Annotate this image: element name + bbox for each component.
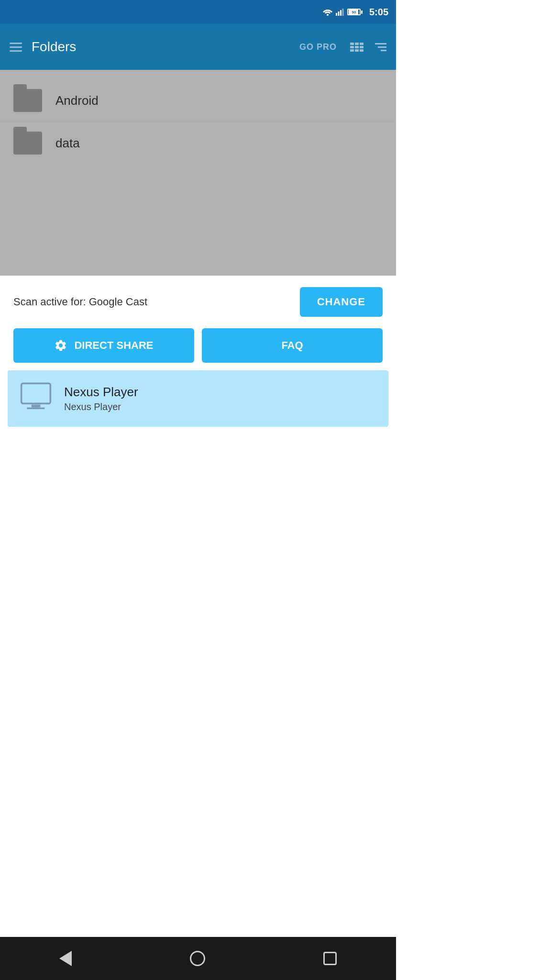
app-bar: Folders GO PRO — [0, 24, 396, 70]
recents-icon — [323, 952, 337, 965]
gear-icon — [54, 339, 67, 352]
folder-item-data[interactable]: data — [0, 122, 396, 164]
grid-view-icon[interactable] — [350, 43, 364, 52]
panel-area: Scan active for: Google Cast CHANGE DIRE… — [0, 276, 396, 937]
folder-name-android: Android — [55, 93, 99, 108]
svg-rect-6 — [32, 405, 41, 408]
monitor-icon — [19, 381, 53, 416]
svg-rect-4 — [342, 9, 343, 16]
folders-area: Android data — [0, 70, 396, 276]
battery-level: 90 — [352, 10, 356, 14]
direct-share-button[interactable]: DIRECT SHARE — [13, 328, 194, 363]
battery-icon: 90 — [347, 9, 363, 15]
folder-name-data: data — [55, 136, 80, 151]
device-info: Nexus Player Nexus Player — [64, 385, 138, 412]
svg-rect-3 — [340, 10, 342, 16]
scan-row: Scan active for: Google Cast CHANGE — [0, 276, 396, 328]
device-item-nexus-player[interactable]: Nexus Player Nexus Player — [8, 370, 388, 427]
svg-rect-7 — [27, 407, 44, 409]
bottom-nav — [0, 937, 396, 980]
filter-icon[interactable] — [375, 43, 386, 51]
back-button[interactable] — [52, 943, 79, 974]
hamburger-menu-icon[interactable] — [10, 43, 22, 52]
home-icon — [190, 951, 205, 966]
app-title: Folders — [32, 39, 299, 55]
change-button[interactable]: CHANGE — [300, 287, 383, 317]
scan-text: Scan active for: Google Cast — [13, 296, 300, 308]
signal-icon — [336, 8, 344, 16]
status-icons: 90 5:05 — [322, 7, 388, 18]
device-name: Nexus Player — [64, 385, 138, 400]
faq-button[interactable]: FAQ — [202, 328, 383, 363]
svg-rect-2 — [338, 11, 339, 16]
go-pro-button[interactable]: GO PRO — [299, 42, 337, 52]
recents-button[interactable] — [316, 944, 344, 973]
folder-item-android[interactable]: Android — [0, 79, 396, 122]
home-button[interactable] — [182, 943, 213, 974]
svg-rect-5 — [22, 383, 51, 403]
svg-rect-1 — [336, 13, 337, 16]
status-time: 5:05 — [369, 7, 388, 18]
status-bar: 90 5:05 — [0, 0, 396, 24]
back-icon — [59, 951, 72, 966]
folder-icon — [13, 132, 42, 155]
svg-point-0 — [327, 14, 329, 16]
folder-icon — [13, 89, 42, 112]
wifi-icon — [322, 8, 333, 16]
action-buttons-row: DIRECT SHARE FAQ — [0, 328, 396, 363]
device-subtitle: Nexus Player — [64, 401, 138, 412]
